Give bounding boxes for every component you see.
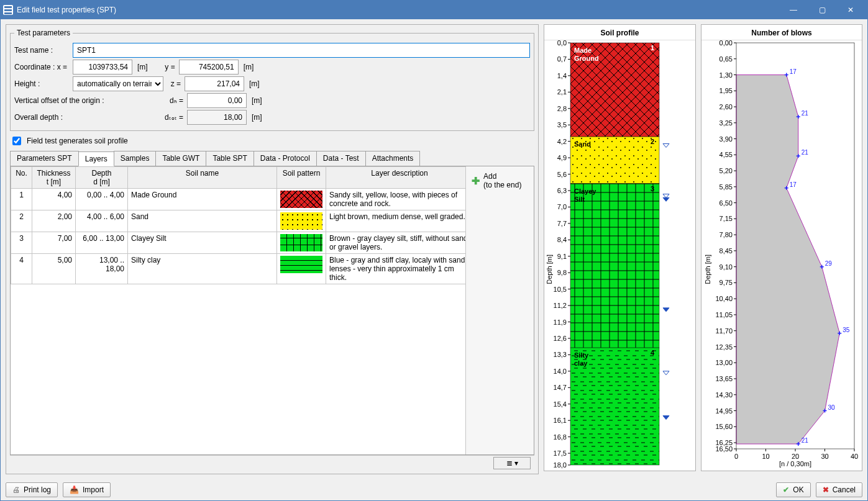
cancel-label: Cancel [833,485,856,494]
height-mode-select[interactable]: automatically on terrain [73,76,163,91]
col-header[interactable]: Thicknesst [m] [32,167,76,189]
cell-no: 4 [11,254,32,284]
test-name-input[interactable] [73,43,530,58]
svg-text:17,5: 17,5 [554,449,567,457]
svg-text:clay: clay [574,359,588,367]
cell-depth: 4,00 .. 6,00 [76,210,128,232]
z-input[interactable] [185,76,244,91]
svg-text:4,9: 4,9 [557,154,567,161]
printer-icon: 🖨 [12,485,20,494]
print-log-button[interactable]: 🖨 Print log [6,482,58,497]
svg-text:3,5: 3,5 [557,121,567,129]
import-label: Import [83,485,104,494]
tab-attachments[interactable]: Attachments [365,151,421,166]
svg-text:11,2: 11,2 [554,302,567,309]
svg-text:0: 0 [734,453,738,460]
table-row[interactable]: 45,0013,00 .. 18,00Silty clayBlue - gray… [11,254,466,284]
cell-pattern [277,189,326,210]
svg-text:2,8: 2,8 [557,105,567,112]
coord-y-input[interactable] [179,60,239,74]
svg-text:3: 3 [651,185,654,192]
tab-layers[interactable]: Layers [78,151,114,166]
svg-text:13,3: 13,3 [554,351,567,358]
svg-text:5,85: 5,85 [720,183,733,191]
close-button[interactable]: ✕ [836,1,865,19]
svg-text:5,20: 5,20 [720,167,733,174]
unit-m: [m] [135,63,153,71]
cell-desc: Brown - gray clayey silt, stiff, without… [326,232,466,254]
tab-table-spt[interactable]: Table SPT [206,151,254,166]
svg-text:3,25: 3,25 [720,119,733,127]
svg-text:16,1: 16,1 [554,417,567,424]
table-row[interactable]: 14,000,00 .. 4,00Made GroundSandy silt, … [11,189,466,210]
svg-text:2,1: 2,1 [557,88,567,96]
tab-data-protocol[interactable]: Data - Protocol [254,151,317,166]
svg-text:17: 17 [790,68,797,75]
maximize-button[interactable]: ▢ [808,1,836,19]
col-header[interactable]: Layer description [326,167,466,189]
svg-text:0,0: 0,0 [557,40,567,47]
add-button[interactable]: ✚ Add (to the end) [468,169,531,192]
tab-parameters-spt[interactable]: Parameters SPT [10,151,79,166]
add-sublabel: (to the end) [483,181,521,189]
chevron-down-icon: ▾ [514,459,518,467]
dh-input[interactable] [187,93,247,108]
soil-profile-panel: Soil profile MadeGround1Sand2ClayeySilt3… [544,24,696,471]
tab-table-gwt[interactable]: Table GWT [155,151,206,166]
col-header[interactable]: Soil pattern [277,167,326,189]
cross-icon: ✖ [823,485,829,494]
ok-button[interactable]: ✔ OK [776,482,810,497]
svg-text:1,30: 1,30 [720,71,733,79]
cell-desc: Blue - gray and stiff clay, localy with … [326,254,466,284]
svg-text:7,0: 7,0 [557,203,567,210]
cancel-button[interactable]: ✖ Cancel [816,482,862,497]
svg-text:4,55: 4,55 [720,151,733,158]
check-icon: ✔ [783,485,789,494]
layers-table[interactable]: No.Thicknesst [m]Depthd [m]Soil nameSoil… [11,166,465,284]
svg-text:9,1: 9,1 [557,253,567,260]
add-label: Add [483,172,521,181]
table-row[interactable]: 22,004,00 .. 6,00SandLight brown, medium… [11,210,466,232]
grid-area: No.Thicknesst [m]Depthd [m]Soil nameSoil… [10,166,534,455]
generates-profile-input[interactable] [12,137,21,145]
svg-text:11,9: 11,9 [554,318,567,326]
svg-text:21: 21 [802,437,809,444]
coord-x-input[interactable] [73,60,132,74]
list-menu-button[interactable]: ≣ ▾ [493,457,531,469]
print-log-label: Print log [24,485,51,494]
svg-text:6,3: 6,3 [557,187,567,194]
cell-thickness: 7,00 [32,232,76,254]
svg-text:8,45: 8,45 [720,247,733,255]
blows-panel: Number of blows 0,000,651,301,952,603,25… [701,24,862,471]
svg-text:18,0: 18,0 [554,461,567,469]
cell-soilname: Silty clay [128,254,277,284]
footer: 🖨 Print log 📥 Import ✔ OK ✖ Cancel [1,479,867,500]
svg-text:Silty: Silty [574,351,589,359]
svg-text:Ground: Ground [574,55,599,62]
cell-no: 2 [11,210,32,232]
svg-text:21: 21 [802,149,809,156]
svg-text:14,95: 14,95 [715,407,733,415]
dtot-label: dₜₒₜ = [163,113,185,122]
table-row[interactable]: 37,006,00 .. 13,00Clayey SiltBrown - gra… [11,232,466,254]
test-parameters-fieldset: Test parameters Test name : Coordinate :… [10,29,534,131]
titlebar: Edit field test properties (SPT) — ▢ ✕ [1,1,867,19]
svg-text:Sand: Sand [574,140,591,148]
col-header[interactable]: Soil name [128,167,277,189]
generates-profile-label: Field test generates soil profile [27,137,128,145]
col-header[interactable]: Depthd [m] [76,167,128,189]
tab-data-test[interactable]: Data - Test [316,151,366,166]
minimize-button[interactable]: — [779,1,808,19]
fieldset-legend: Test parameters [14,29,73,37]
tab-samples[interactable]: Samples [114,151,157,166]
svg-text:14,0: 14,0 [554,368,567,375]
grid-footer-bar: ≣ ▾ [10,455,534,470]
svg-text:40: 40 [851,453,858,460]
generates-profile-checkbox[interactable]: Field test generates soil profile [10,135,534,147]
col-header[interactable]: No. [11,167,32,189]
z-label: z = [166,79,182,88]
cell-no: 3 [11,232,32,254]
import-button[interactable]: 📥 Import [63,482,111,497]
svg-text:13,00: 13,00 [715,359,733,366]
svg-text:Silt: Silt [574,196,585,203]
